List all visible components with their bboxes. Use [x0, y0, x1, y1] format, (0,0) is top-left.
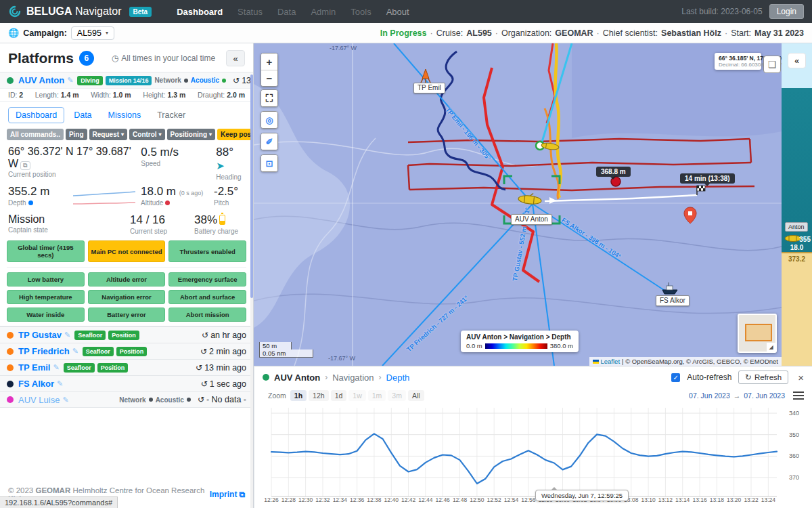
- zoom-1d-button[interactable]: 1d: [331, 390, 347, 401]
- zoom-1m-button[interactable]: 1m: [368, 390, 386, 401]
- platform-link-tp-gustav[interactable]: TP Gustav: [18, 330, 62, 340]
- platform-link-tp-friedrich[interactable]: TP Friedrich: [18, 346, 70, 356]
- brand[interactable]: BELUGA Navigator Beta: [8, 5, 152, 18]
- layers-icon[interactable]: ❏: [763, 56, 781, 73]
- control-dropdown[interactable]: Control▾: [129, 129, 165, 140]
- minimap-toggle-icon[interactable]: ◢: [767, 343, 775, 352]
- platform-row-tp-emil[interactable]: TP Emil ✎ Seafloor Position ↺13 min ago: [0, 359, 253, 375]
- platform-row-tp-friedrich[interactable]: TP Friedrich ✎ Seafloor Position ↺2 min …: [0, 343, 253, 359]
- fs-alkor-map-label[interactable]: FS Alkor: [656, 295, 690, 306]
- battery-metric: 38% Battery charge: [194, 213, 238, 235]
- abort-and-surface-flag[interactable]: Abort and surface: [168, 290, 246, 304]
- sidebar-scrollbar[interactable]: [250, 75, 253, 508]
- map-canvas: [254, 43, 782, 366]
- nav-item-dashboard[interactable]: Dashboard: [171, 4, 229, 20]
- depth-column-collapse-button[interactable]: «: [788, 53, 806, 68]
- select-area-icon[interactable]: ⊡: [261, 155, 277, 171]
- platform-link-auv-anton[interactable]: AUV Anton: [18, 75, 64, 85]
- chart-platform-link[interactable]: AUV Anton: [274, 373, 320, 383]
- edit-icon[interactable]: ✎: [67, 76, 73, 85]
- zoom-1w-button[interactable]: 1w: [348, 390, 365, 401]
- follow-position-icon[interactable]: ◎: [261, 112, 277, 128]
- nav-item-about[interactable]: About: [380, 4, 415, 20]
- high-temperature-flag[interactable]: High temperature: [7, 290, 85, 304]
- measure-icon[interactable]: ✐: [261, 133, 277, 150]
- edit-icon[interactable]: ✎: [62, 396, 68, 404]
- chart-metric-link[interactable]: Depth: [386, 373, 410, 383]
- platform-link-auv-luise[interactable]: AUV Luise: [18, 395, 60, 405]
- platform-row-auv-anton[interactable]: AUV Anton ✎ Diving Mission 14/16 Network…: [0, 72, 253, 88]
- request-dropdown[interactable]: Request▾: [89, 129, 127, 140]
- destination-pin-icon[interactable]: [684, 207, 696, 224]
- date-to[interactable]: 07. Jun 2023: [744, 391, 785, 400]
- depth-chart[interactable]: Wednesday, Jun 7, 12:59:25 12:2612:2812:…: [254, 403, 812, 508]
- x-tick-label: 12:30: [298, 496, 313, 503]
- zoom-in-button[interactable]: +: [261, 54, 277, 70]
- leaflet-link[interactable]: Leaflet: [601, 358, 621, 365]
- keep-position-button[interactable]: Keep position: [217, 129, 254, 140]
- zoom-12h-button[interactable]: 12h: [309, 390, 329, 401]
- low-battery-flag[interactable]: Low battery: [7, 272, 85, 287]
- spec-draught: Draught: 2.0 m: [198, 91, 245, 99]
- close-chart-icon[interactable]: ×: [798, 372, 804, 383]
- top-navbar: BELUGA Navigator Beta Dashboard Status D…: [0, 0, 812, 23]
- zoom-all-button[interactable]: All: [408, 390, 424, 401]
- chart-menu-icon[interactable]: [793, 391, 804, 400]
- x-tick-label: 12:54: [504, 496, 518, 503]
- platform-row-auv-luise[interactable]: AUV Luise ✎ Network Acoustic ↺- No data …: [0, 391, 253, 408]
- auv-anton-map-label[interactable]: AUV Anton: [511, 214, 552, 225]
- altitude-error-flag[interactable]: Altitude error: [88, 272, 166, 287]
- nav-item-status[interactable]: Status: [231, 4, 269, 20]
- refresh-button[interactable]: ↻ Refresh: [738, 371, 788, 384]
- main-pc-flag[interactable]: Main PC not connected: [88, 240, 166, 262]
- nav-item-tools[interactable]: Tools: [344, 4, 377, 20]
- imprint-link[interactable]: Imprint⧉: [210, 490, 245, 499]
- leaflet-map[interactable]: TP Emil - 196 m - 305° FS Alkor - 398 m …: [254, 43, 782, 366]
- edit-icon[interactable]: ✎: [57, 379, 63, 388]
- sidebar-collapse-button[interactable]: «: [226, 50, 245, 66]
- start-value: May 31 2023: [754, 28, 804, 38]
- water-inside-flag[interactable]: Water inside: [7, 308, 85, 322]
- copy-position-icon[interactable]: ⧉: [20, 161, 30, 170]
- zoom-1h-button[interactable]: 1h: [290, 390, 307, 401]
- history-icon: ↺: [202, 331, 208, 340]
- thrusters-flag[interactable]: Thrusters enabled: [168, 240, 246, 262]
- anton-specs-row: ID: 2 Length: 1.4 m Width: 1.0 m Height:…: [0, 88, 253, 102]
- tab-data[interactable]: Data: [67, 108, 98, 123]
- nav-item-admin[interactable]: Admin: [304, 4, 342, 20]
- zoom-out-button[interactable]: −: [261, 70, 277, 86]
- network-dot: [184, 79, 188, 83]
- nav-item-data[interactable]: Data: [271, 4, 302, 20]
- chart-date-range[interactable]: 07. Jun 2023 → 07. Jun 2023: [689, 391, 785, 400]
- battery-error-flag[interactable]: Battery error: [88, 308, 166, 322]
- auto-refresh-checkbox[interactable]: ✓: [671, 373, 680, 382]
- x-tick-label: 13:22: [744, 496, 758, 503]
- edit-icon[interactable]: ✎: [72, 347, 78, 356]
- fullscreen-icon[interactable]: ⛶: [261, 90, 277, 106]
- emergency-surface-flag[interactable]: Emergency surface: [168, 272, 246, 287]
- minimap[interactable]: ◢: [738, 314, 777, 353]
- abort-mission-flag[interactable]: Abort mission: [168, 308, 246, 322]
- platform-link-tp-emil[interactable]: TP Emil: [18, 362, 50, 373]
- chart-group-link[interactable]: Navigation: [332, 373, 374, 383]
- platform-row-tp-gustav[interactable]: TP Gustav ✎ Seafloor Position ↺an hr ago: [0, 326, 253, 343]
- tab-tracker[interactable]: Tracker: [150, 108, 192, 123]
- login-button[interactable]: Login: [769, 4, 804, 19]
- tab-dashboard[interactable]: Dashboard: [8, 107, 64, 123]
- edit-icon[interactable]: ✎: [64, 331, 70, 339]
- edit-icon[interactable]: ✎: [53, 363, 59, 372]
- global-timer-flag[interactable]: Global timer (4195 secs): [7, 240, 85, 262]
- fs-alkor-marker-icon[interactable]: [662, 282, 677, 294]
- zoom-3m-button[interactable]: 3m: [388, 390, 406, 401]
- platform-link-fs-alkor[interactable]: FS Alkor: [18, 379, 54, 389]
- positioning-dropdown[interactable]: Positioning▾: [167, 129, 215, 140]
- navigation-error-flag[interactable]: Navigation error: [88, 290, 166, 304]
- all-commands-button[interactable]: All commands..: [7, 129, 64, 140]
- platform-row-fs-alkor[interactable]: FS Alkor ✎ ↺1 sec ago: [0, 375, 253, 391]
- status-flags-area: Global timer (4195 secs) Main PC not con…: [0, 238, 253, 326]
- tp-emil-map-label[interactable]: TP Emil: [413, 83, 445, 93]
- campaign-select[interactable]: AL595 ▾: [71, 26, 114, 40]
- date-from[interactable]: 07. Jun 2023: [689, 391, 730, 400]
- ping-button[interactable]: Ping: [66, 129, 87, 140]
- tab-missions[interactable]: Missions: [102, 108, 148, 123]
